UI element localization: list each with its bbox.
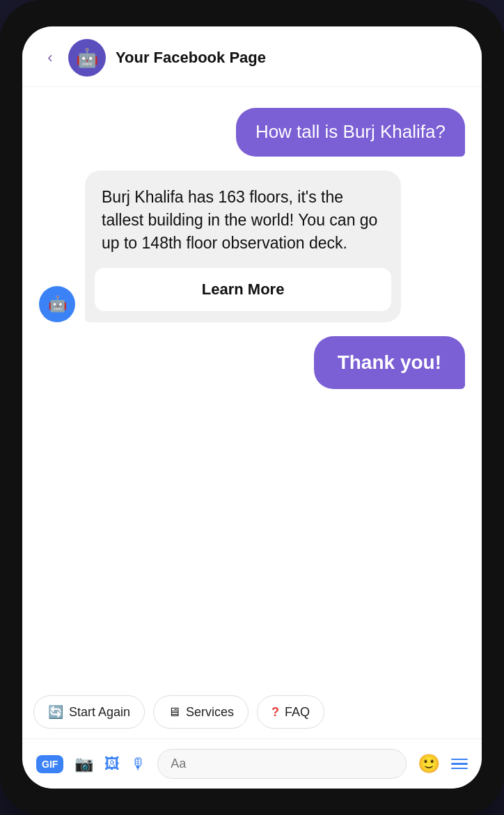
chat-area: How tall is Burj Khalifa? 🤖 Burj Khalifa…: [22, 87, 482, 688]
bot-avatar-small: 🤖: [39, 286, 75, 322]
user-message-2: Thank you!: [314, 336, 465, 389]
quick-reply-start-again[interactable]: 🔄 Start Again: [33, 695, 145, 729]
menu-button[interactable]: [451, 759, 468, 770]
back-chevron-icon: ‹: [47, 49, 52, 67]
quick-replies: 🔄 Start Again 🖥 Services ? FAQ: [22, 688, 482, 738]
user-message-1: How tall is Burj Khalifa?: [236, 108, 465, 157]
menu-line-2: [451, 763, 468, 765]
phone-shell: ‹ 🤖 Your Facebook Page How tall is Burj …: [0, 0, 504, 815]
start-again-icon: 🔄: [48, 704, 63, 720]
quick-reply-services[interactable]: 🖥 Services: [153, 695, 249, 729]
page-avatar: 🤖: [68, 39, 106, 77]
input-bar: GIF 📷 🖼 🎙 🙂: [22, 738, 482, 789]
menu-line-3: [451, 768, 468, 770]
bot-message-container: 🤖 Burj Khalifa has 163 floors, it's the …: [39, 171, 401, 322]
quick-reply-faq[interactable]: ? FAQ: [257, 695, 324, 729]
page-title: Your Facebook Page: [116, 49, 266, 67]
emoji-button[interactable]: 🙂: [418, 753, 440, 775]
bot-message-text: Burj Khalifa has 163 floors, it's the ta…: [85, 171, 401, 268]
phone-screen: ‹ 🤖 Your Facebook Page How tall is Burj …: [22, 26, 482, 789]
gif-button[interactable]: GIF: [36, 755, 63, 773]
chat-header: ‹ 🤖 Your Facebook Page: [22, 26, 482, 87]
bot-avatar-icon: 🤖: [76, 47, 98, 69]
menu-line-1: [451, 759, 468, 761]
bot-bubble: Burj Khalifa has 163 floors, it's the ta…: [85, 171, 401, 322]
back-button[interactable]: ‹: [38, 45, 63, 70]
image-icon[interactable]: 🖼: [104, 755, 120, 773]
services-icon: 🖥: [168, 705, 180, 720]
message-input[interactable]: [157, 749, 407, 779]
bot-small-icon: 🤖: [48, 295, 67, 313]
microphone-icon[interactable]: 🎙: [131, 755, 146, 773]
camera-icon[interactable]: 📷: [74, 755, 93, 773]
learn-more-button[interactable]: Learn More: [95, 268, 391, 311]
faq-icon: ?: [271, 705, 279, 720]
